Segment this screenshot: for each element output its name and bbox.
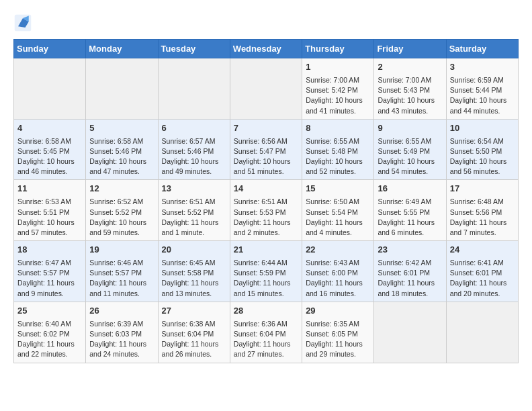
day-info-line: and 24 minutes. [89, 349, 154, 359]
day-info-line: Sunrise: 6:55 AM [306, 136, 370, 146]
day-info-line: Sunset: 5:49 PM [378, 146, 442, 156]
day-info-line: Daylight: 10 hours [450, 156, 515, 167]
day-number: 9 [378, 122, 442, 135]
day-info-line: Sunrise: 6:52 AM [89, 197, 154, 207]
week-row-1: 1Sunrise: 7:00 AMSunset: 5:42 PMDaylight… [14, 58, 519, 120]
day-info-line: Daylight: 11 hours [234, 339, 298, 349]
day-info-line: and 22 minutes. [17, 349, 82, 359]
calendar-cell: 13Sunrise: 6:51 AMSunset: 5:52 PMDayligh… [158, 180, 230, 241]
day-info-line: Daylight: 11 hours [306, 339, 370, 349]
day-info-line: and 7 minutes. [450, 228, 515, 238]
calendar-cell [374, 302, 446, 363]
calendar-cell: 2Sunrise: 7:00 AMSunset: 5:43 PMDaylight… [374, 58, 446, 120]
day-info-line: Sunrise: 6:43 AM [306, 258, 370, 268]
day-info-line: Daylight: 11 hours [306, 218, 370, 228]
calendar-cell: 6Sunrise: 6:57 AMSunset: 5:46 PMDaylight… [158, 119, 230, 180]
day-info-line: and 44 minutes. [450, 106, 515, 116]
day-number: 17 [450, 183, 515, 195]
calendar-cell: 27Sunrise: 6:38 AMSunset: 6:04 PMDayligh… [158, 302, 230, 363]
day-info-line: Sunrise: 6:50 AM [306, 197, 370, 207]
day-number: 18 [17, 244, 82, 257]
day-number: 8 [306, 122, 370, 135]
day-info-line: Sunset: 5:46 PM [89, 146, 154, 156]
day-info-line: Sunset: 6:05 PM [306, 329, 370, 339]
day-info-line: Sunrise: 6:58 AM [17, 136, 82, 146]
day-number: 29 [306, 305, 370, 318]
day-info-line: Sunrise: 6:55 AM [378, 136, 442, 146]
day-info-line: Daylight: 10 hours [450, 95, 515, 105]
calendar-cell: 23Sunrise: 6:42 AMSunset: 6:01 PMDayligh… [374, 241, 446, 302]
day-number: 11 [17, 183, 82, 195]
day-number: 21 [234, 244, 298, 257]
day-info-line: Sunrise: 6:44 AM [234, 258, 298, 268]
day-info-line: Sunset: 5:57 PM [89, 268, 154, 278]
day-info-line: Daylight: 10 hours [234, 156, 298, 167]
calendar-cell: 7Sunrise: 6:56 AMSunset: 5:47 PMDaylight… [230, 119, 302, 180]
day-number: 20 [162, 244, 226, 257]
calendar-cell: 21Sunrise: 6:44 AMSunset: 5:59 PMDayligh… [230, 241, 302, 302]
day-info-line: Sunset: 5:59 PM [234, 268, 298, 278]
week-row-4: 18Sunrise: 6:47 AMSunset: 5:57 PMDayligh… [14, 241, 519, 302]
day-number: 4 [17, 122, 82, 135]
day-number: 24 [450, 244, 515, 257]
day-info-line: Sunset: 5:50 PM [450, 146, 515, 156]
day-info-line: Daylight: 10 hours [89, 156, 154, 167]
day-number: 3 [450, 61, 515, 74]
day-info-line: Sunrise: 6:38 AM [162, 319, 226, 329]
day-number: 28 [234, 305, 298, 318]
day-info-line: Sunrise: 7:00 AM [378, 75, 442, 85]
day-info-line: and 20 minutes. [450, 289, 515, 299]
calendar-header-row: SundayMondayTuesdayWednesdayThursdayFrid… [14, 40, 519, 58]
day-info-line: and 56 minutes. [450, 167, 515, 177]
day-info-line: Sunrise: 6:51 AM [234, 197, 298, 207]
day-info-line: Sunset: 5:54 PM [306, 208, 370, 218]
day-info-line: Sunset: 6:00 PM [306, 268, 370, 278]
day-info-line: Sunrise: 6:39 AM [89, 319, 154, 329]
calendar-cell: 4Sunrise: 6:58 AMSunset: 5:45 PMDaylight… [14, 119, 86, 180]
calendar-cell: 12Sunrise: 6:52 AMSunset: 5:52 PMDayligh… [86, 180, 158, 241]
day-info-line: Sunrise: 6:35 AM [306, 319, 370, 329]
day-number: 25 [17, 305, 82, 318]
day-info-line: and 2 minutes. [234, 228, 298, 238]
day-info-line: Sunrise: 6:47 AM [17, 258, 82, 268]
week-row-3: 11Sunrise: 6:53 AMSunset: 5:51 PMDayligh… [14, 180, 519, 241]
day-number: 13 [162, 183, 226, 195]
day-info-line: Sunrise: 6:41 AM [450, 258, 515, 268]
calendar-cell: 5Sunrise: 6:58 AMSunset: 5:46 PMDaylight… [86, 119, 158, 180]
day-info-line: Sunset: 5:46 PM [162, 146, 226, 156]
day-info-line: Daylight: 11 hours [89, 278, 154, 288]
day-info-line: Sunset: 5:42 PM [306, 85, 370, 95]
day-info-line: Daylight: 10 hours [89, 218, 154, 228]
day-info-line: Sunset: 5:45 PM [17, 146, 82, 156]
day-number: 5 [89, 122, 154, 135]
calendar-cell: 25Sunrise: 6:40 AMSunset: 6:02 PMDayligh… [14, 302, 86, 363]
day-info-line: Daylight: 11 hours [162, 339, 226, 349]
day-info-line: and 47 minutes. [89, 167, 154, 177]
day-info-line: and 4 minutes. [306, 228, 370, 238]
day-info-line: and 54 minutes. [378, 167, 442, 177]
day-info-line: Sunset: 5:51 PM [17, 208, 82, 218]
day-info-line: and 16 minutes. [306, 289, 370, 299]
calendar-cell: 1Sunrise: 7:00 AMSunset: 5:42 PMDaylight… [302, 58, 374, 120]
calendar-cell: 14Sunrise: 6:51 AMSunset: 5:53 PMDayligh… [230, 180, 302, 241]
day-info-line: Sunset: 5:55 PM [378, 208, 442, 218]
calendar-cell: 26Sunrise: 6:39 AMSunset: 6:03 PMDayligh… [86, 302, 158, 363]
calendar-cell [14, 58, 86, 120]
day-info-line: Sunset: 6:02 PM [17, 329, 82, 339]
day-header-wednesday: Wednesday [230, 40, 302, 58]
day-info-line: Daylight: 11 hours [450, 218, 515, 228]
day-header-tuesday: Tuesday [158, 40, 230, 58]
day-info-line: Sunset: 5:48 PM [306, 146, 370, 156]
day-info-line: and 46 minutes. [17, 167, 82, 177]
day-info-line: and 1 minute. [162, 228, 226, 238]
calendar-cell [86, 58, 158, 120]
day-info-line: and 18 minutes. [378, 289, 442, 299]
day-info-line: Daylight: 10 hours [378, 95, 442, 105]
day-info-line: and 9 minutes. [17, 289, 82, 299]
day-info-line: Sunset: 5:43 PM [378, 85, 442, 95]
day-info-line: Sunset: 6:01 PM [378, 268, 442, 278]
day-header-thursday: Thursday [302, 40, 374, 58]
day-info-line: Sunrise: 6:56 AM [234, 136, 298, 146]
calendar-cell: 29Sunrise: 6:35 AMSunset: 6:05 PMDayligh… [302, 302, 374, 363]
day-info-line: Daylight: 11 hours [306, 278, 370, 288]
